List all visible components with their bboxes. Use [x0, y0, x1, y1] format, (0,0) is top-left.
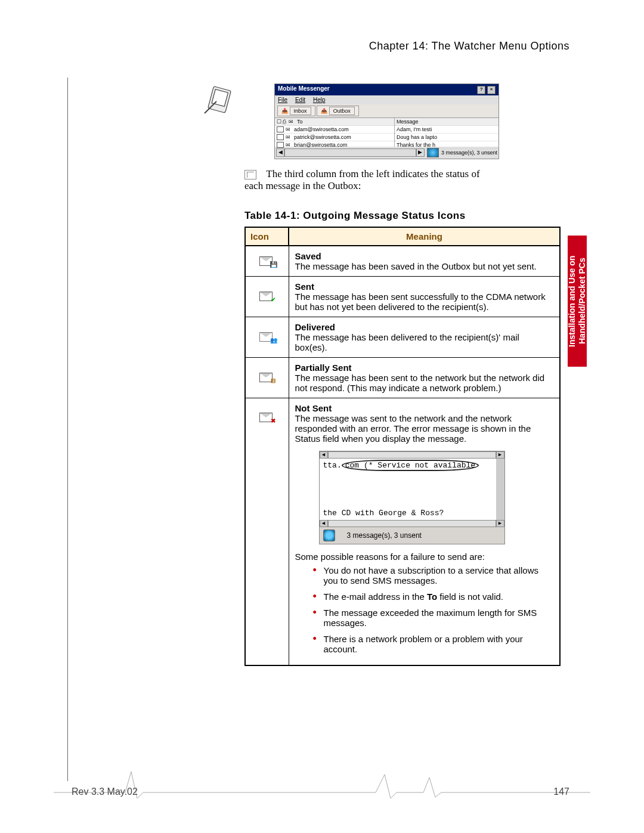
not-sent-icon: ✖ — [259, 411, 275, 422]
messenger-tabs: 📥 Inbox 📤 Outbox — [275, 104, 499, 118]
error-status: 3 message(s), 3 unsent — [347, 531, 422, 540]
page-icon — [244, 170, 256, 179]
saved-icon: 💾 — [259, 255, 275, 266]
messenger-title: Mobile Messenger — [278, 85, 330, 94]
page-number: 147 — [553, 786, 569, 797]
globe-icon — [427, 148, 439, 157]
list-item: The message exceeded the maximum length … — [313, 608, 554, 628]
list-item: Adam, I'm testi — [397, 126, 432, 132]
messenger-window: Mobile Messenger ? × File Edit Help 📥 In… — [274, 83, 499, 159]
globe-icon — [323, 529, 335, 541]
heartbeat-line — [54, 763, 590, 804]
list-item: You do not have a subscription to a serv… — [313, 565, 554, 586]
col-message: Message — [397, 119, 419, 125]
window-buttons: ? × — [477, 85, 496, 94]
delivered-icon: 👥 — [259, 331, 275, 342]
tab-inbox: 📥 Inbox — [277, 106, 315, 116]
close-icon: × — [487, 86, 496, 94]
reasons-intro: Some possible reasons for a failure to s… — [295, 552, 554, 562]
messenger-list: ☐⎙✉ To ✉adam@swirosetta.com ✉patrick@swi… — [275, 118, 499, 147]
table-caption: Table 14-1: Outgoing Message Status Icon… — [244, 210, 561, 222]
messenger-menu: File Edit Help — [275, 95, 499, 104]
table-row: ✖ Not Sent The message was sent to the n… — [245, 398, 560, 666]
sent-icon: ✔ — [259, 290, 275, 301]
header-icon: Icon — [245, 227, 289, 246]
side-tab: Installation and Use onHandheld/Pocket P… — [568, 236, 587, 367]
list-item: brian@swirosetta.com — [294, 142, 347, 148]
list-item: Doug has a lapto — [397, 134, 437, 140]
partially-sent-icon: ⊟ — [259, 371, 275, 382]
reasons-list: You do not have a subscription to a serv… — [295, 565, 554, 654]
menu-file: File — [278, 97, 287, 103]
table-row: 👥 DeliveredThe message has been delivere… — [245, 317, 560, 358]
header-meaning: Meaning — [289, 227, 560, 246]
error-window: ◀▶ tta.com (* Service not available the … — [319, 451, 505, 544]
list-item: patrick@swirosetta.com — [294, 134, 351, 140]
list-item: adam@swirosetta.com — [294, 126, 349, 132]
table-row: ✔ SentThe message has been sent successf… — [245, 277, 560, 317]
col-to: To — [297, 119, 303, 125]
menu-edit: Edit — [295, 97, 305, 103]
tab-outbox: 📤 Outbox — [317, 106, 359, 116]
intro-paragraph: The third column from the left indicates… — [244, 168, 561, 192]
help-icon: ? — [477, 86, 485, 94]
list-item: Thanks for the h — [397, 142, 435, 148]
table-row: ⊟ Partially SentThe message has been sen… — [245, 358, 560, 398]
menu-help: Help — [313, 97, 326, 103]
messenger-status: 3 message(s), 3 unsent — [441, 150, 497, 156]
pda-icon — [200, 83, 233, 116]
list-item: The e-mail address in the To field is no… — [313, 592, 554, 602]
list-item: There is a network problem or a problem … — [313, 634, 554, 654]
table-row: 💾 SavedThe message has been saved in the… — [245, 246, 560, 277]
status-icons-table: Icon Meaning 💾 SavedThe message has been… — [244, 227, 561, 666]
chapter-title: Chapter 14: The Watcher Menu Options — [369, 40, 569, 52]
revision-text: Rev 3.3 May.02 — [72, 786, 138, 797]
margin-rule — [67, 78, 68, 781]
